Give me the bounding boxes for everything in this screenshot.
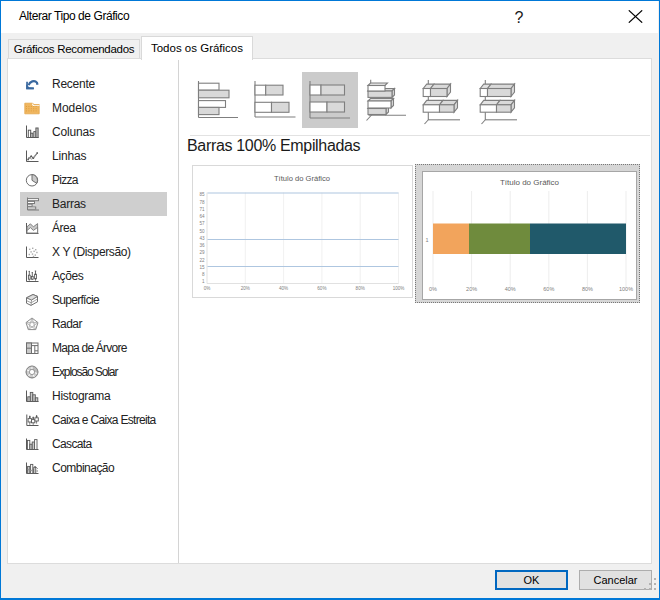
svg-text:8: 8 — [202, 272, 205, 277]
svg-text:40%: 40% — [505, 286, 516, 292]
svg-text:Título do Gráfico: Título do Gráfico — [274, 174, 330, 183]
svg-text:78: 78 — [199, 200, 205, 205]
svg-text:80%: 80% — [356, 286, 365, 291]
svg-text:22: 22 — [199, 258, 205, 263]
svg-text:85: 85 — [199, 192, 205, 197]
svg-text:0%: 0% — [429, 286, 437, 292]
svg-text:50: 50 — [199, 229, 205, 234]
svg-text:100%: 100% — [619, 286, 633, 292]
svg-text:60%: 60% — [317, 286, 326, 291]
svg-text:71: 71 — [199, 207, 205, 212]
svg-text:80%: 80% — [582, 286, 593, 292]
svg-text:36: 36 — [199, 243, 205, 248]
svg-text:20%: 20% — [241, 286, 250, 291]
svg-text:43: 43 — [199, 236, 205, 241]
svg-text:60%: 60% — [543, 286, 554, 292]
svg-text:1: 1 — [425, 237, 428, 243]
svg-text:15: 15 — [199, 265, 205, 270]
svg-text:100%: 100% — [393, 286, 405, 291]
svg-text:1: 1 — [202, 279, 205, 284]
svg-text:57: 57 — [199, 221, 205, 226]
svg-text:64: 64 — [199, 214, 205, 219]
svg-text:40%: 40% — [279, 286, 288, 291]
svg-text:20%: 20% — [466, 286, 477, 292]
svg-text:Título do Gráfico: Título do Gráfico — [500, 178, 560, 187]
svg-text:0%: 0% — [204, 286, 211, 291]
svg-text:29: 29 — [199, 250, 205, 255]
